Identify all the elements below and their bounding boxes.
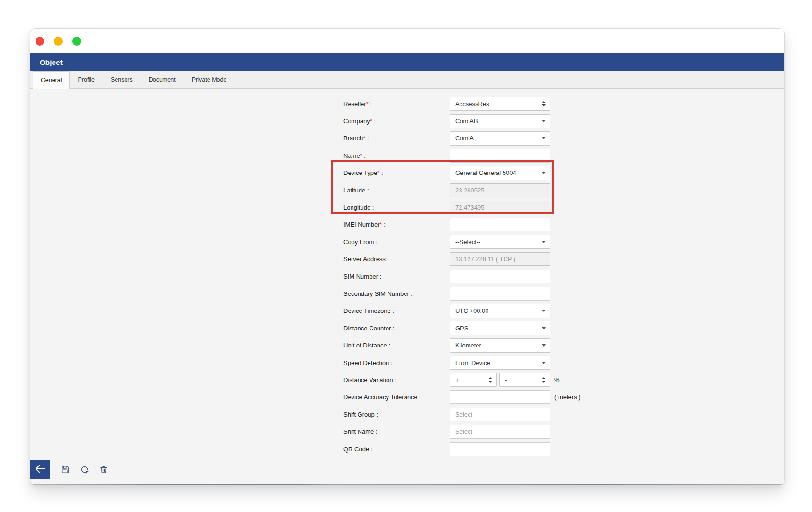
field-control: [450, 270, 550, 283]
maximize-window-button[interactable]: [72, 37, 81, 46]
field-control: Kilometer: [450, 338, 550, 353]
distance-variation-minus-select[interactable]: -: [499, 373, 550, 387]
field-label-colon: :: [375, 411, 378, 418]
branch-select[interactable]: Com A: [450, 131, 550, 146]
field-row-latitude: Latitude :: [30, 182, 784, 199]
chevron-down-icon: [542, 310, 546, 312]
field-row-company: Company* :Com AB: [30, 112, 784, 129]
field-label-text: SIM Number: [343, 273, 378, 280]
field-control: [450, 408, 550, 421]
field-label-text: Shift Group: [343, 411, 375, 418]
app-title-bar: Object: [30, 53, 784, 71]
footer-toolbar: [30, 460, 108, 479]
field-control: GPS: [450, 321, 550, 335]
qr-code-input[interactable]: [450, 442, 550, 456]
field-suffix: ( meters ): [554, 393, 581, 401]
field-label-colon: :: [417, 393, 421, 401]
minimize-window-button[interactable]: [54, 37, 63, 46]
field-suffix: %: [554, 376, 560, 384]
unit-of-distance-select[interactable]: Kilometer: [450, 338, 550, 353]
field-control: +-%: [450, 373, 560, 387]
field-label-colon: :: [387, 342, 390, 349]
field-label-text: Device Accuracy Tolerance: [343, 393, 417, 401]
imei-number-input[interactable]: [450, 218, 550, 231]
tab-profile[interactable]: Profile: [70, 71, 102, 88]
close-window-button[interactable]: [36, 37, 44, 46]
page-title: Object: [40, 58, 63, 66]
field-label-colon: :: [370, 204, 374, 211]
field-row-shift-name: Shift Name :: [30, 423, 784, 440]
field-label-text: Branch: [343, 135, 363, 142]
distance-variation-plus-select[interactable]: +: [450, 373, 497, 387]
field-control: [450, 442, 550, 456]
object-window: Object GeneralProfileSensorsDocumentPriv…: [30, 28, 785, 485]
tab-general[interactable]: General: [33, 71, 70, 89]
field-label-text: Server Address: [343, 256, 386, 263]
field-row-branch: Branch* :Com A: [30, 130, 784, 147]
refresh-icon: [80, 465, 89, 474]
field-row-secondary-sim-number: Secondary SIM Number :: [30, 285, 784, 302]
tab-private-mode[interactable]: Private Mode: [184, 71, 235, 88]
chevron-down-icon: [542, 137, 546, 139]
field-row-name: Name* :: [30, 147, 784, 164]
field-label-colon: :: [365, 135, 369, 142]
tab-sensors[interactable]: Sensors: [103, 71, 141, 88]
distance-counter-select[interactable]: GPS: [450, 321, 550, 335]
window-bottom-scroll-edge[interactable]: [30, 484, 784, 485]
field-label: Secondary SIM Number :: [343, 290, 450, 297]
field-row-reseller: Reseller* :AccsessRes: [30, 95, 784, 112]
save-button[interactable]: [60, 465, 70, 474]
field-control: [450, 218, 550, 231]
secondary-sim-number-input[interactable]: [450, 287, 550, 301]
shift-group-input[interactable]: [450, 408, 550, 421]
field-row-speed-detection: Speed Detection :From Device: [30, 354, 784, 371]
field-label-colon: :: [374, 238, 377, 246]
tab-document[interactable]: Document: [141, 71, 184, 88]
field-control: [450, 252, 550, 266]
copy-from-select[interactable]: --Select--: [450, 235, 550, 249]
field-label-text: Distance Variation: [343, 376, 393, 384]
field-label: QR Code :: [343, 446, 450, 453]
company-select[interactable]: Com AB: [450, 114, 550, 128]
field-label-colon: :: [369, 446, 372, 453]
field-row-device-type: Device Type* :General General 5004: [30, 165, 784, 182]
field-label: IMEI Number* :: [343, 221, 450, 228]
field-label-text: Shift Name: [343, 428, 374, 435]
device-timezone-select[interactable]: UTC +00:00: [450, 304, 550, 318]
form-rows: Reseller* :AccsessResCompany* :Com ABBra…: [30, 89, 784, 457]
shift-name-input[interactable]: [450, 425, 550, 439]
select-value: From Device: [455, 359, 490, 366]
field-label-colon: :: [386, 256, 388, 263]
device-type-select[interactable]: General General 5004: [450, 166, 550, 180]
speed-detection-select[interactable]: From Device: [450, 356, 550, 370]
field-label-colon: :: [365, 187, 369, 194]
field-label-colon: :: [409, 290, 413, 297]
field-label-text: Copy From: [343, 238, 374, 246]
field-label: Device Accuracy Tolerance :: [343, 393, 450, 401]
field-label-colon: :: [369, 101, 372, 108]
field-label-text: Unit of Distance: [343, 342, 387, 349]
field-label-text: Device Type: [343, 169, 377, 176]
delete-button[interactable]: [99, 465, 108, 474]
sim-number-input[interactable]: [450, 270, 550, 283]
name-input[interactable]: [450, 149, 550, 163]
select-value: GPS: [455, 325, 468, 332]
stepper-arrows-icon: [542, 377, 546, 383]
refresh-button[interactable]: [80, 465, 89, 474]
field-label: Copy From :: [343, 238, 450, 246]
floppy-disk-icon: [61, 465, 70, 474]
field-label: Unit of Distance :: [343, 342, 450, 349]
field-label-colon: :: [374, 428, 377, 435]
select-value: +: [455, 376, 459, 384]
field-control: [450, 183, 550, 197]
back-button[interactable]: [30, 460, 50, 479]
longitude-input: [450, 201, 550, 214]
reseller-select[interactable]: AccsessRes: [450, 97, 550, 111]
field-row-imei-number: IMEI Number* :: [30, 216, 784, 233]
field-control: Com AB: [450, 114, 550, 128]
chevron-down-icon: [542, 120, 546, 122]
field-row-unit-of-distance: Unit of Distance :Kilometer: [30, 337, 784, 354]
device-accuracy-tolerance-input[interactable]: [450, 390, 550, 404]
field-label-text: Company: [343, 118, 370, 125]
field-label: Name* :: [343, 152, 450, 159]
